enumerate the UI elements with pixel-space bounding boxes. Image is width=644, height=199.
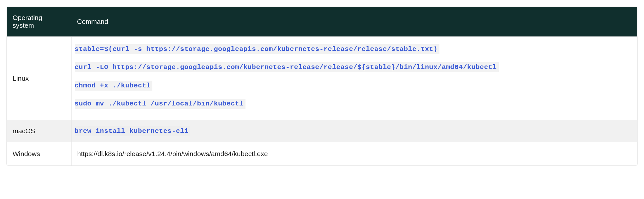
command-cell-linux: stable=$(curl -s https://storage.googlea… bbox=[71, 37, 637, 120]
code-line: chmod +x ./kubectl bbox=[75, 81, 153, 91]
code-line: stable=$(curl -s https://storage.googlea… bbox=[75, 44, 440, 54]
code-line: curl -LO https://storage.googleapis.com/… bbox=[75, 62, 499, 72]
table-row: macOS brew install kubernetes-cli bbox=[7, 120, 637, 142]
table-body: Linux stable=$(curl -s https://storage.g… bbox=[7, 37, 637, 166]
download-link[interactable]: https://dl.k8s.io/release/v1.24.4/bin/wi… bbox=[77, 150, 268, 157]
table-head: Operating system Command bbox=[7, 7, 637, 37]
install-table: Operating system Command Linux stable=$(… bbox=[6, 6, 638, 166]
col-header-os: Operating system bbox=[7, 7, 71, 37]
os-cell-windows: Windows bbox=[7, 142, 71, 166]
code-line: sudo mv ./kubectl /usr/local/bin/kubectl bbox=[75, 99, 245, 109]
os-cell-linux: Linux bbox=[7, 37, 71, 120]
command-cell-windows: https://dl.k8s.io/release/v1.24.4/bin/wi… bbox=[71, 142, 637, 166]
table-row: Linux stable=$(curl -s https://storage.g… bbox=[7, 37, 637, 120]
table-row: Windows https://dl.k8s.io/release/v1.24.… bbox=[7, 142, 637, 166]
command-cell-macos: brew install kubernetes-cli bbox=[71, 120, 637, 142]
col-header-command: Command bbox=[71, 7, 637, 37]
code-line: brew install kubernetes-cli bbox=[75, 126, 191, 136]
table: Operating system Command Linux stable=$(… bbox=[7, 7, 637, 165]
os-cell-macos: macOS bbox=[7, 120, 71, 142]
